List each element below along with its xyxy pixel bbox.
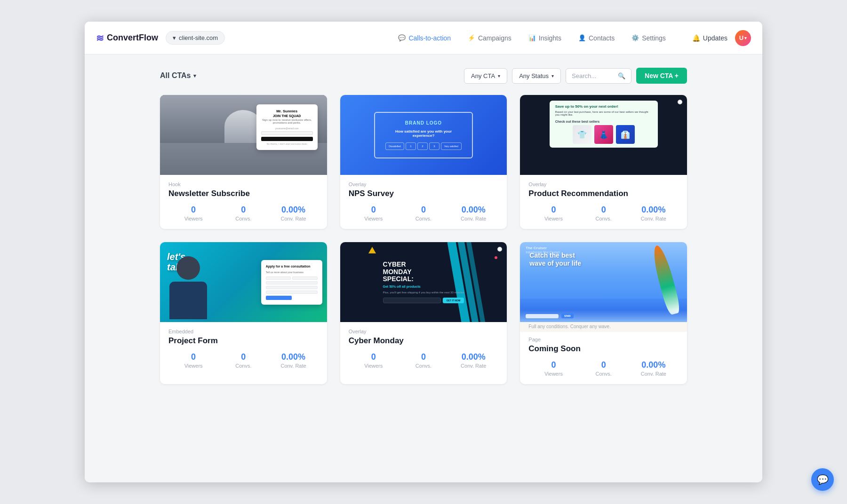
person-figure	[165, 256, 212, 322]
product-items: 👕 👗 👔	[555, 125, 652, 144]
stat-conv-rate-cyber: 0.00% Conv. Rate	[448, 352, 498, 369]
viewers-label-nps: Viewers	[349, 216, 399, 221]
search-box[interactable]: Search... 🔍	[566, 68, 631, 84]
card-newsletter-subscribe[interactable]: Mr. Sunnies JOIN THE SQUAD Sign up now t…	[160, 95, 327, 229]
stat-conv-rate-nps: 0.00% Conv. Rate	[448, 205, 498, 221]
stat-convs-nps: 0 Convs.	[399, 205, 448, 221]
card-product-recommendation[interactable]: Save up to 50% on your next order! Based…	[520, 95, 687, 229]
chat-bubble-button[interactable]: 💬	[811, 468, 834, 491]
conv-rate-label-cyber: Conv. Rate	[448, 363, 498, 369]
conv-rate-value-coming: 0.00%	[629, 360, 679, 370]
teaser-text: Full any conditions. Conquer any wave.	[520, 322, 687, 332]
card-coming-soon[interactable]: The Cruiser Introducing The Cruiser Catc…	[520, 242, 687, 384]
card-info-coming: Page Coming Soon 0 Viewers 0 Convs. 0.00…	[520, 332, 687, 384]
app-logo[interactable]: ≋ ConvertFlow	[96, 32, 158, 44]
convs-label-project: Convs.	[218, 363, 268, 369]
conv-rate-label-coming: Conv. Rate	[629, 371, 679, 377]
stat-conv-rate-newsletter: 0.00% Conv. Rate	[268, 205, 318, 221]
filter-cta-chevron: ▾	[498, 73, 500, 79]
form-row-1	[266, 276, 318, 280]
nps-btn-1: 1	[406, 142, 416, 150]
card-title-newsletter: Newsletter Subscribe	[168, 189, 319, 198]
dot-indicator-product	[678, 100, 682, 104]
nav-right: 🔔 Updates U ▾	[692, 30, 751, 46]
nps-buttons: Dissatisfied 1 2 3 Very satisfied	[384, 142, 463, 150]
nav-calls-to-action[interactable]: 💬 Calls-to-action	[391, 31, 458, 46]
shape-dot-icon	[495, 256, 497, 259]
convs-value-project: 0	[218, 352, 268, 362]
nav-settings-label: Settings	[642, 34, 666, 42]
convs-value-cyber: 0	[399, 352, 448, 362]
main-content: All CTAs ▾ Any CTA ▾ Any Status ▾ Search…	[85, 55, 762, 397]
updates-button[interactable]: 🔔 Updates	[692, 34, 727, 42]
contacts-icon: 👤	[578, 34, 586, 41]
filter-group: Any CTA ▾ Any Status ▾ Search... 🔍 New C…	[464, 68, 687, 84]
cyber-email-input	[383, 298, 441, 303]
nav-links: 💬 Calls-to-action ⚡ Campaigns 📊 Insights…	[391, 31, 673, 46]
popup-brand: Mr. Sunnies	[261, 109, 313, 113]
nav-campaigns[interactable]: ⚡ Campaigns	[460, 31, 519, 46]
stat-convs-product: 0 Convs.	[579, 205, 629, 221]
convs-label-coming: Convs.	[579, 371, 629, 377]
viewers-value-nps: 0	[349, 205, 399, 215]
updates-label: Updates	[703, 34, 727, 42]
form-field-email	[266, 281, 318, 284]
conv-rate-label-nps: Conv. Rate	[448, 216, 498, 221]
popup-headline: JOIN THE SQUAD	[261, 114, 313, 118]
logo-icon: ≋	[96, 32, 104, 44]
site-selector[interactable]: ▾ client-site.com	[166, 31, 225, 45]
card-preview-cyber: CYBERMONDAYSPECIAL: Get 50% off all prod…	[340, 242, 507, 322]
product-overlay: Save up to 50% on your next order! Based…	[550, 101, 658, 148]
navbar: ≋ ConvertFlow ▾ client-site.com 💬 Calls-…	[85, 22, 762, 55]
card-project-form[interactable]: let'stalk! Apply for a free consultation…	[160, 242, 327, 384]
all-ctas-button[interactable]: All CTAs ▾	[160, 71, 196, 80]
conv-rate-value-product: 0.00%	[629, 205, 679, 215]
product-label: Check out these best sellers	[555, 120, 652, 123]
new-cta-button[interactable]: New CTA +	[636, 68, 687, 84]
site-name: client-site.com	[179, 34, 218, 41]
filter-status-select[interactable]: Any Status ▾	[512, 68, 561, 84]
card-stats-nps: 0 Viewers 0 Convs. 0.00% Conv. Rate	[349, 205, 499, 221]
nav-calls-to-action-label: Calls-to-action	[408, 34, 450, 42]
app-name: ConvertFlow	[107, 33, 158, 43]
popup-sub: Sign up now to receive exclusive offers,…	[261, 118, 313, 124]
filter-cta-label: Any CTA	[471, 72, 495, 79]
avatar-initial: U	[739, 34, 743, 41]
stat-conv-rate-project: 0.00% Conv. Rate	[268, 352, 318, 369]
convs-value-product: 0	[579, 205, 629, 215]
card-preview-nps: BRAND LOGO How satisfied are you with yo…	[340, 95, 507, 175]
form-field-firstname	[266, 276, 291, 280]
card-title-coming: Coming Soon	[528, 344, 679, 354]
cyber-title: CYBERMONDAYSPECIAL:	[383, 261, 464, 283]
product-item-1: 👕	[573, 125, 591, 144]
card-cyber-monday[interactable]: CYBERMONDAYSPECIAL: Get 50% off all prod…	[340, 242, 507, 384]
conv-rate-value-project: 0.00%	[268, 352, 318, 362]
insights-icon: 📊	[528, 34, 536, 41]
nav-campaigns-label: Campaigns	[478, 34, 511, 42]
all-ctas-label: All CTAs	[160, 71, 191, 80]
updates-bell-icon: 🔔	[692, 34, 700, 42]
filter-cta-select[interactable]: Any CTA ▾	[464, 68, 507, 84]
form-field-lastname	[292, 276, 318, 280]
nav-contacts[interactable]: 👤 Contacts	[571, 31, 622, 46]
viewers-label-product: Viewers	[528, 216, 578, 221]
wave-text: Catch the bestwave of your life	[529, 252, 581, 268]
the-cruiser-label: The Cruiser	[526, 246, 546, 250]
card-stats-project: 0 Viewers 0 Convs. 0.00% Conv. Rate	[168, 352, 319, 369]
conv-rate-value-newsletter: 0.00%	[268, 205, 318, 215]
filter-status-chevron: ▾	[551, 73, 554, 79]
avatar-chevron: ▾	[744, 36, 747, 40]
price-value: $599	[561, 314, 573, 318]
product-item-3: 👔	[616, 125, 635, 144]
card-title-nps: NPS Survey	[349, 189, 499, 198]
nav-settings[interactable]: ⚙️ Settings	[624, 31, 673, 46]
card-nps-survey[interactable]: BRAND LOGO How satisfied are you with yo…	[340, 95, 507, 229]
nps-inner: BRAND LOGO How satisfied are you with yo…	[374, 112, 473, 158]
search-placeholder: Search...	[572, 72, 596, 79]
chat-bubble-icon: 💬	[817, 474, 829, 485]
nav-insights[interactable]: 📊 Insights	[521, 31, 569, 46]
all-ctas-chevron: ▾	[193, 73, 196, 79]
stat-viewers-newsletter: 0 Viewers	[168, 205, 218, 221]
card-info-cyber: Overlay Cyber Monday 0 Viewers 0 Convs. …	[340, 322, 507, 376]
avatar[interactable]: U ▾	[735, 30, 751, 46]
